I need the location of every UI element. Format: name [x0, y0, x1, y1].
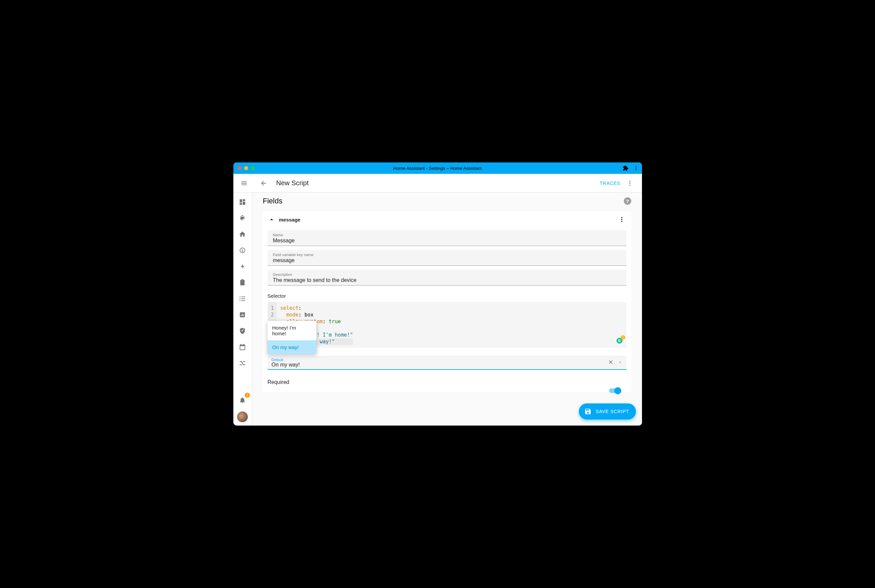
name-field[interactable]: Name Message: [268, 230, 627, 246]
sidebar-item-chart[interactable]: [236, 308, 249, 321]
sidebar-item-energy[interactable]: [236, 260, 249, 273]
menu-option-1[interactable]: On my way!: [268, 340, 316, 354]
notification-badge: 1: [245, 393, 250, 398]
save-script-label: SAVE SCRIPT: [596, 409, 629, 414]
default-field-value: On my way!: [272, 362, 623, 368]
field-card: message Name Message Field variable key …: [263, 212, 631, 392]
svg-rect-15: [241, 315, 242, 316]
svg-point-2: [635, 169, 636, 170]
key-field-value: message: [273, 257, 621, 264]
section-title: Fields: [263, 196, 283, 206]
name-field-label: Name: [273, 233, 621, 237]
section-header: Fields ?: [263, 193, 631, 206]
field-card-title: message: [279, 217, 300, 222]
dropdown-caret-icon[interactable]: [618, 360, 623, 364]
menu-toggle-button[interactable]: [237, 177, 251, 190]
sidebar-item-home[interactable]: [236, 228, 249, 241]
svg-point-4: [629, 183, 630, 184]
name-field-value: Message: [273, 238, 621, 244]
description-field-label: Description: [273, 273, 621, 276]
macos-window: Home Assistant - Settings – Home Assista…: [233, 162, 642, 426]
sidebar: 1: [233, 193, 252, 426]
required-label: Required: [268, 379, 627, 385]
traces-button[interactable]: TRACES: [600, 180, 620, 186]
extension-icon[interactable]: [623, 165, 629, 171]
key-field[interactable]: Field variable key name message: [268, 250, 627, 266]
description-field-value: The message to send to the device: [273, 277, 621, 283]
description-field[interactable]: Description The message to send to the d…: [268, 270, 627, 286]
field-card-overflow-button[interactable]: [618, 216, 625, 223]
svg-point-8: [239, 296, 240, 297]
save-icon: [584, 408, 591, 415]
svg-point-3: [629, 180, 630, 182]
svg-rect-12: [241, 298, 245, 299]
svg-point-9: [239, 298, 240, 299]
titlebar-extensions: [623, 165, 639, 171]
yaml-editor[interactable]: 1 2 select: mode: box allow_custom: true…: [268, 302, 627, 348]
selector-label: Selector: [268, 293, 627, 299]
svg-point-10: [239, 300, 240, 301]
sidebar-item-flow[interactable]: [236, 356, 249, 370]
sidebar-item-brain[interactable]: [236, 244, 249, 257]
titlebar: Home Assistant - Settings – Home Assista…: [233, 162, 642, 174]
svg-rect-17: [243, 314, 244, 316]
sidebar-item-dashboard[interactable]: [236, 195, 249, 209]
app-body: 1 Fields ?: [233, 193, 642, 426]
svg-rect-13: [241, 300, 245, 301]
main-content: Fields ? message: [252, 193, 642, 426]
minimize-window-button[interactable]: [244, 166, 248, 170]
sidebar-item-shield[interactable]: [236, 324, 249, 338]
save-script-button[interactable]: SAVE SCRIPT: [579, 404, 636, 420]
clear-icon[interactable]: [608, 359, 614, 365]
window-title: Home Assistant - Settings – Home Assista…: [393, 166, 482, 171]
app-header: New Script TRACES: [233, 174, 642, 193]
svg-point-7: [242, 249, 243, 251]
header-overflow-button[interactable]: [623, 177, 636, 190]
back-button[interactable]: [257, 177, 270, 190]
menu-option-0[interactable]: Honey! I'm home!: [268, 321, 316, 340]
help-icon[interactable]: ?: [624, 197, 631, 205]
maximize-window-button[interactable]: [251, 166, 255, 170]
svg-point-0: [635, 166, 636, 167]
svg-rect-16: [242, 314, 243, 316]
sidebar-item-bug[interactable]: [236, 212, 249, 225]
close-window-button[interactable]: [237, 166, 242, 170]
svg-point-18: [621, 217, 622, 218]
svg-rect-11: [241, 297, 245, 297]
svg-point-1: [635, 168, 636, 169]
chevron-up-icon[interactable]: [268, 216, 275, 223]
user-avatar[interactable]: [237, 411, 248, 422]
svg-point-19: [621, 219, 622, 220]
notifications-button[interactable]: 1: [236, 393, 249, 407]
sidebar-item-clipboard[interactable]: [236, 276, 249, 289]
page-title: New Script: [276, 179, 309, 187]
default-options-menu: Honey! I'm home! On my way!: [268, 321, 316, 354]
svg-point-20: [621, 221, 622, 222]
traffic-lights: [237, 166, 255, 170]
required-switch[interactable]: [609, 387, 621, 394]
svg-point-5: [629, 184, 630, 186]
sidebar-item-list[interactable]: [236, 292, 249, 305]
browser-menu-icon[interactable]: [633, 165, 639, 171]
grammarly-count: 2: [621, 335, 625, 340]
default-field-label: Default: [272, 358, 623, 362]
key-field-label: Field variable key name: [273, 253, 621, 257]
default-field[interactable]: Default On my way!: [268, 356, 627, 370]
sidebar-item-calendar[interactable]: [236, 340, 249, 354]
